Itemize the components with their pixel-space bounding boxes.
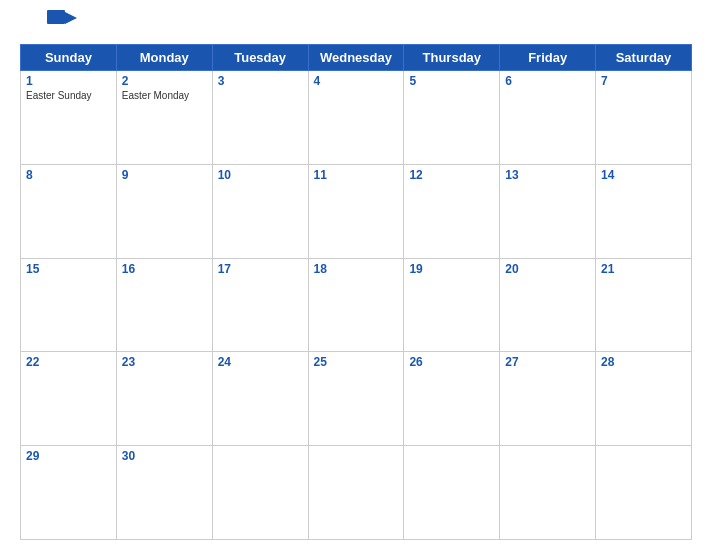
day-number: 21 <box>601 262 686 276</box>
day-number: 24 <box>218 355 303 369</box>
weekday-header-monday: Monday <box>116 45 212 71</box>
day-number: 14 <box>601 168 686 182</box>
calendar-cell <box>596 446 692 540</box>
weekday-header-sunday: Sunday <box>21 45 117 71</box>
week-row-4: 22232425262728 <box>21 352 692 446</box>
calendar-cell: 17 <box>212 258 308 352</box>
day-number: 5 <box>409 74 494 88</box>
weekday-header-wednesday: Wednesday <box>308 45 404 71</box>
day-number: 1 <box>26 74 111 88</box>
calendar-cell: 2Easter Monday <box>116 71 212 165</box>
day-number: 13 <box>505 168 590 182</box>
day-number: 8 <box>26 168 111 182</box>
day-number: 20 <box>505 262 590 276</box>
calendar-cell: 10 <box>212 164 308 258</box>
calendar-cell: 16 <box>116 258 212 352</box>
svg-rect-0 <box>47 10 65 24</box>
weekday-header-friday: Friday <box>500 45 596 71</box>
calendar-cell: 11 <box>308 164 404 258</box>
calendar-cell: 7 <box>596 71 692 165</box>
calendar-cell: 23 <box>116 352 212 446</box>
weekday-header-saturday: Saturday <box>596 45 692 71</box>
day-number: 19 <box>409 262 494 276</box>
day-number: 11 <box>314 168 399 182</box>
day-number: 27 <box>505 355 590 369</box>
day-number: 22 <box>26 355 111 369</box>
day-number: 23 <box>122 355 207 369</box>
calendar-cell: 8 <box>21 164 117 258</box>
calendar-cell: 14 <box>596 164 692 258</box>
calendar-cell: 24 <box>212 352 308 446</box>
calendar-cell: 5 <box>404 71 500 165</box>
calendar-cell: 3 <box>212 71 308 165</box>
logo-icon <box>47 10 77 38</box>
calendar-cell: 26 <box>404 352 500 446</box>
day-number: 12 <box>409 168 494 182</box>
calendar-cell: 9 <box>116 164 212 258</box>
week-row-2: 891011121314 <box>21 164 692 258</box>
week-row-1: 1Easter Sunday2Easter Monday34567 <box>21 71 692 165</box>
calendar-cell: 19 <box>404 258 500 352</box>
day-number: 10 <box>218 168 303 182</box>
day-number: 2 <box>122 74 207 88</box>
holiday-label: Easter Monday <box>122 90 207 101</box>
day-number: 3 <box>218 74 303 88</box>
holiday-label: Easter Sunday <box>26 90 111 101</box>
day-number: 7 <box>601 74 686 88</box>
week-row-5: 2930 <box>21 446 692 540</box>
calendar-cell: 27 <box>500 352 596 446</box>
weekday-header-row: SundayMondayTuesdayWednesdayThursdayFrid… <box>21 45 692 71</box>
calendar-cell: 20 <box>500 258 596 352</box>
calendar-cell: 25 <box>308 352 404 446</box>
calendar-cell <box>404 446 500 540</box>
day-number: 18 <box>314 262 399 276</box>
weekday-header-tuesday: Tuesday <box>212 45 308 71</box>
svg-marker-1 <box>65 12 77 24</box>
calendar-cell: 4 <box>308 71 404 165</box>
calendar-cell: 15 <box>21 258 117 352</box>
day-number: 9 <box>122 168 207 182</box>
calendar-cell: 29 <box>21 446 117 540</box>
calendar-cell: 21 <box>596 258 692 352</box>
day-number: 30 <box>122 449 207 463</box>
calendar-cell: 12 <box>404 164 500 258</box>
day-number: 4 <box>314 74 399 88</box>
calendar-cell <box>212 446 308 540</box>
day-number: 25 <box>314 355 399 369</box>
day-number: 29 <box>26 449 111 463</box>
calendar-cell: 28 <box>596 352 692 446</box>
day-number: 15 <box>26 262 111 276</box>
weekday-header-thursday: Thursday <box>404 45 500 71</box>
calendar-header <box>20 10 692 38</box>
calendar-cell <box>308 446 404 540</box>
day-number: 26 <box>409 355 494 369</box>
day-number: 6 <box>505 74 590 88</box>
calendar-cell: 18 <box>308 258 404 352</box>
calendar-cell: 6 <box>500 71 596 165</box>
day-number: 28 <box>601 355 686 369</box>
day-number: 17 <box>218 262 303 276</box>
week-row-3: 15161718192021 <box>21 258 692 352</box>
logo <box>24 10 104 38</box>
calendar-cell: 22 <box>21 352 117 446</box>
calendar-cell: 13 <box>500 164 596 258</box>
calendar-cell <box>500 446 596 540</box>
calendar-cell: 30 <box>116 446 212 540</box>
day-number: 16 <box>122 262 207 276</box>
calendar-cell: 1Easter Sunday <box>21 71 117 165</box>
calendar-table: SundayMondayTuesdayWednesdayThursdayFrid… <box>20 44 692 540</box>
